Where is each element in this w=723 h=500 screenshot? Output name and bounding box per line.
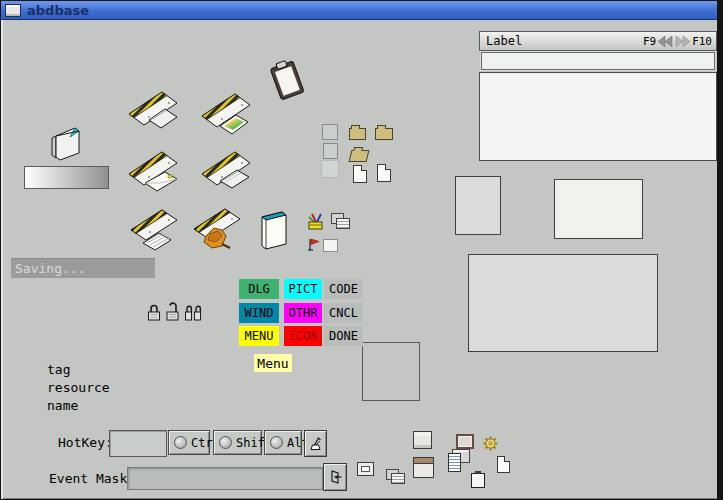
iso-window-envelope-icon[interactable] — [127, 147, 179, 195]
lock-open-icon[interactable] — [164, 301, 181, 322]
enter-icon — [327, 468, 343, 486]
iso-window-picture-icon[interactable] — [200, 89, 252, 139]
type-button-icon[interactable]: ICON — [284, 326, 322, 346]
paint-tools-icon[interactable] — [307, 212, 326, 231]
next-arrows-icon[interactable] — [675, 36, 690, 47]
clipboard-small-icon[interactable] — [471, 473, 485, 488]
type-button-code[interactable]: CODE — [324, 279, 363, 299]
label-panel-title: Label — [486, 34, 522, 48]
app-window: abdbase Label F9 F10 Saving... — [1, 1, 717, 499]
folder-icon[interactable] — [349, 128, 366, 140]
modifier-shift-button[interactable]: Shift — [213, 430, 262, 455]
titlebar[interactable]: abdbase — [1, 1, 717, 20]
lock-pair-icon[interactable] — [183, 302, 204, 322]
prev-arrows-icon[interactable] — [658, 36, 673, 47]
flag-icon[interactable] — [307, 237, 321, 251]
modifier-alt-button[interactable]: Alt — [264, 430, 302, 455]
saving-text: Saving... — [15, 261, 85, 276]
radio-icon[interactable] — [219, 436, 232, 449]
name-label: name — [47, 398, 78, 413]
page-icon[interactable] — [353, 165, 367, 183]
hotkey-label: HotKey: — [58, 435, 113, 450]
tag-label: tag — [47, 362, 70, 377]
mini-window-icon[interactable] — [47, 123, 83, 163]
window-plain-icon[interactable] — [413, 431, 432, 449]
square-swatch[interactable] — [323, 143, 338, 159]
window-frame-icon[interactable] — [456, 434, 474, 449]
window-menu-icon[interactable] — [5, 4, 21, 17]
square-swatch[interactable] — [322, 124, 338, 140]
radio-icon[interactable] — [174, 436, 187, 449]
preview-rect-small — [455, 176, 501, 235]
type-button-menu[interactable]: MENU — [239, 326, 279, 346]
type-button-pict[interactable]: PICT — [284, 279, 322, 299]
window-title: abdbase — [27, 3, 89, 18]
label-list-area[interactable] — [479, 72, 717, 161]
type-button-cncl[interactable]: CNCL — [324, 303, 363, 323]
modifier-ctrl-button[interactable]: Ctrl — [168, 430, 210, 455]
label-input[interactable] — [481, 52, 715, 70]
page-icon[interactable] — [497, 456, 510, 473]
f10-label: F10 — [692, 35, 712, 48]
iso-window-subwindow-icon[interactable] — [200, 147, 252, 195]
hotkey-input[interactable] — [109, 430, 167, 457]
blank-box-icon[interactable] — [323, 239, 338, 252]
iso-window-tool-icon[interactable] — [192, 204, 242, 254]
radio-icon[interactable] — [270, 436, 283, 449]
folder-open-icon[interactable] — [349, 150, 370, 162]
type-button-othr[interactable]: OTHR — [284, 303, 322, 323]
preview-rect-outline — [362, 342, 420, 401]
event-mask-label: Event Mask: — [49, 471, 135, 486]
windows-overlap-icon[interactable] — [386, 469, 405, 484]
type-button-done[interactable]: DONE — [324, 326, 363, 346]
event-mask-input[interactable] — [127, 467, 323, 490]
preview-rect-medium — [554, 179, 643, 239]
lock-closed-icon[interactable] — [146, 302, 162, 322]
hotkey-hand-button[interactable] — [304, 430, 327, 457]
f9-label: F9 — [643, 35, 656, 48]
gear-icon[interactable] — [483, 436, 498, 451]
windows-overlap-icon[interactable] — [331, 213, 350, 229]
window-inset-icon[interactable] — [357, 462, 374, 476]
iso-window-plain-icon[interactable] — [127, 87, 179, 135]
window-list-icon[interactable] — [448, 449, 470, 472]
saving-status-bar: Saving... — [11, 258, 155, 278]
label-panel-header: Label F9 F10 — [479, 31, 717, 51]
clipboard-icon[interactable] — [265, 59, 309, 101]
page-icon[interactable] — [377, 164, 391, 182]
gradient-bar — [24, 166, 109, 189]
hand-icon — [308, 435, 324, 453]
type-button-wind[interactable]: WIND — [239, 303, 279, 323]
event-mask-enter-button[interactable] — [323, 463, 347, 491]
window-titled-icon[interactable] — [413, 457, 434, 478]
iso-window-keypad-icon[interactable] — [129, 205, 179, 253]
menu-chip[interactable]: Menu — [254, 354, 292, 372]
preview-rect-large — [468, 254, 658, 352]
square-swatch[interactable] — [321, 160, 339, 178]
resource-label: resource — [47, 380, 110, 395]
book-icon[interactable] — [254, 207, 290, 251]
type-button-dlg[interactable]: DLG — [239, 279, 279, 299]
folder-icon[interactable] — [375, 128, 393, 140]
